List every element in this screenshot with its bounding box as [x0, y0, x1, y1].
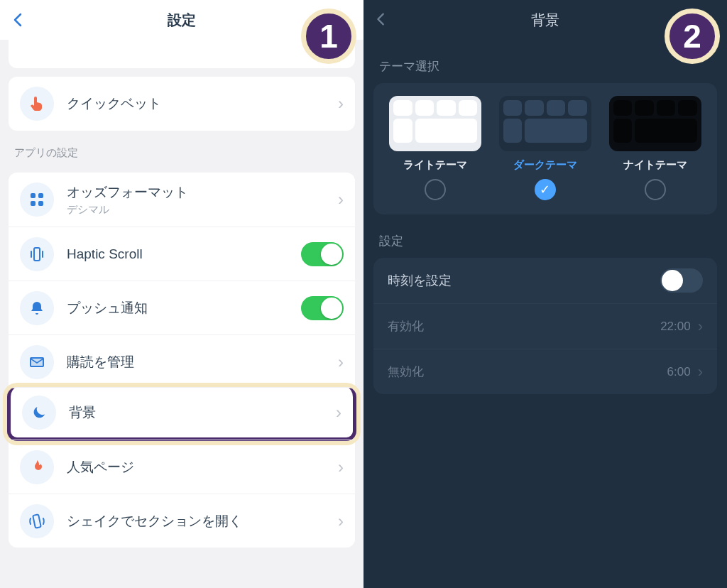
- card-app-settings: オッズフォーマット デシマル › Haptic Scroll プッシュ通知 購読…: [9, 173, 355, 548]
- row-label: 時刻を設定: [388, 272, 452, 289]
- row-odds-format[interactable]: オッズフォーマット デシマル ›: [9, 173, 355, 227]
- row-label: クイックベット: [67, 94, 338, 113]
- svg-rect-6: [33, 514, 41, 528]
- flame-icon: [20, 450, 54, 484]
- phone-vibrate-icon: [20, 237, 54, 271]
- theme-option-light[interactable]: ライトテーマ: [386, 96, 485, 200]
- grid-icon: [20, 183, 54, 217]
- background-screen: 2 背景 テーマ選択 ライトテーマ: [364, 0, 727, 588]
- time-value: 6:00: [667, 365, 691, 379]
- row-label: オッズフォーマット: [67, 183, 338, 202]
- toggle-push[interactable]: [301, 296, 344, 320]
- row-background[interactable]: 背景 ›: [7, 387, 356, 441]
- row-label: プッシュ通知: [67, 299, 301, 317]
- chevron-right-icon: ›: [698, 317, 703, 336]
- chevron-right-icon: ›: [698, 363, 703, 381]
- settings-screen: 1 設定 クイックベット › アプリの設定 オッズフォーマット デシマル ›: [0, 0, 364, 588]
- chevron-right-icon: ›: [336, 403, 341, 423]
- shake-phone-icon: [20, 504, 54, 538]
- theme-preview-icon: [609, 96, 701, 151]
- theme-option-dark[interactable]: ダークテーマ ✓: [496, 96, 595, 200]
- row-subscriptions[interactable]: 購読を管理 ›: [9, 334, 355, 388]
- card-schedule: 時刻を設定 有効化 22:00 › 無効化 6:00 ›: [373, 258, 717, 394]
- chevron-right-icon: ›: [338, 511, 344, 531]
- bell-icon: [20, 291, 54, 325]
- row-label: シェイクでセクションを開く: [67, 512, 338, 530]
- radio-unselected-icon[interactable]: [645, 179, 666, 200]
- touch-icon: [20, 87, 54, 121]
- row-label: 購読を管理: [67, 353, 338, 371]
- svg-rect-0: [31, 193, 35, 198]
- radio-unselected-icon[interactable]: [425, 179, 446, 200]
- svg-rect-2: [31, 201, 35, 206]
- row-label: Haptic Scroll: [67, 246, 301, 262]
- chevron-right-icon: ›: [338, 94, 344, 114]
- back-button[interactable]: [10, 11, 27, 28]
- row-label: 人気ページ: [67, 458, 338, 477]
- section-header-app: アプリの設定: [0, 131, 364, 164]
- back-button[interactable]: [373, 11, 389, 27]
- theme-label: ライトテーマ: [386, 158, 485, 172]
- theme-option-night[interactable]: ナイトテーマ: [606, 96, 705, 200]
- row-shake[interactable]: シェイクでセクションを開く ›: [9, 494, 355, 548]
- chevron-right-icon: ›: [338, 457, 344, 477]
- svg-rect-4: [34, 248, 40, 261]
- row-haptic-scroll[interactable]: Haptic Scroll: [9, 227, 355, 281]
- toggle-haptic[interactable]: [301, 242, 344, 266]
- step-badge-2: 2: [665, 9, 720, 64]
- row-quickbet[interactable]: クイックベット ›: [9, 77, 355, 131]
- row-disable-time[interactable]: 無効化 6:00 ›: [373, 349, 717, 394]
- toggle-schedule[interactable]: [660, 268, 703, 293]
- card-quickbet: クイックベット ›: [9, 77, 355, 131]
- row-label: 背景: [69, 403, 336, 422]
- svg-rect-3: [38, 201, 43, 206]
- moon-icon: [22, 396, 56, 430]
- theme-preview-icon: [389, 96, 481, 151]
- mail-icon: [20, 345, 54, 379]
- page-title: 設定: [168, 11, 196, 30]
- row-schedule-toggle[interactable]: 時刻を設定: [373, 258, 717, 303]
- card-themes: ライトテーマ ダークテーマ ✓: [373, 83, 717, 214]
- step-badge-1: 1: [301, 9, 356, 64]
- row-label: 有効化: [388, 318, 424, 334]
- row-label: 無効化: [388, 364, 424, 380]
- time-value: 22:00: [660, 320, 691, 334]
- theme-preview-icon: [499, 96, 591, 151]
- svg-rect-1: [38, 193, 43, 198]
- row-push[interactable]: プッシュ通知: [9, 281, 355, 334]
- chevron-right-icon: ›: [338, 352, 344, 372]
- section-header-settings: 設定: [364, 214, 727, 258]
- chevron-right-icon: ›: [338, 190, 344, 209]
- row-popular-page[interactable]: 人気ページ ›: [9, 440, 355, 494]
- page-title: 背景: [531, 11, 559, 30]
- theme-label: ナイトテーマ: [606, 158, 705, 172]
- radio-selected-icon[interactable]: ✓: [535, 179, 556, 200]
- row-enable-time[interactable]: 有効化 22:00 ›: [373, 303, 717, 349]
- row-sublabel: デシマル: [67, 203, 338, 217]
- theme-label: ダークテーマ: [496, 158, 595, 172]
